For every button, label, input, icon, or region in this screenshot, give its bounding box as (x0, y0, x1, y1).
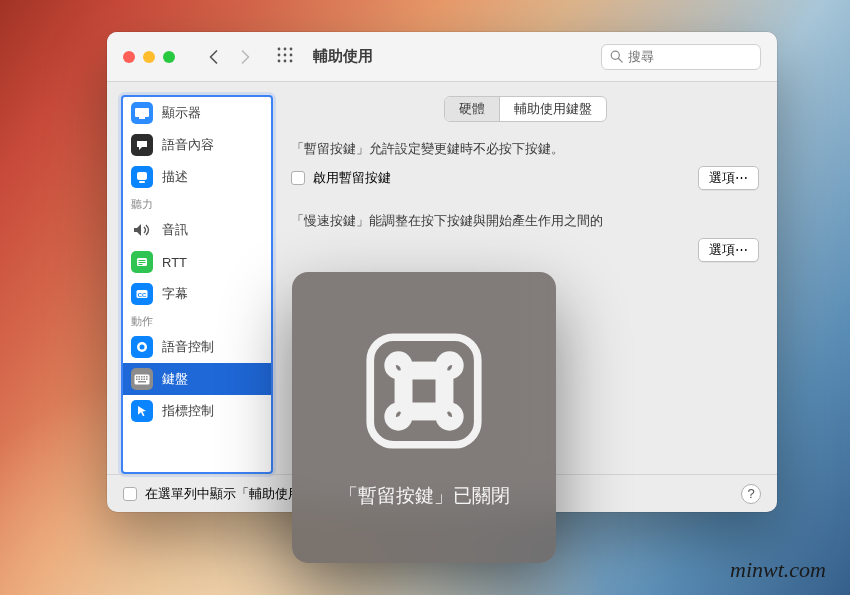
svg-rect-35 (370, 337, 478, 445)
sidebar-label: 語音控制 (162, 338, 214, 356)
svg-rect-31 (141, 378, 143, 380)
svg-point-8 (290, 60, 293, 63)
back-button[interactable] (201, 45, 225, 69)
svg-rect-12 (139, 117, 145, 119)
svg-rect-26 (141, 376, 143, 378)
rtt-icon (131, 251, 153, 273)
svg-point-5 (290, 54, 293, 57)
svg-point-4 (284, 54, 287, 57)
svg-text:CC: CC (138, 292, 147, 298)
svg-rect-18 (139, 264, 143, 265)
search-icon (610, 50, 623, 63)
sidebar-item-pointer[interactable]: 指標控制 (123, 395, 271, 427)
svg-line-10 (619, 59, 623, 63)
sidebar-label: 指標控制 (162, 402, 214, 420)
show-in-menubar-checkbox[interactable] (123, 487, 137, 501)
pointer-icon (131, 400, 153, 422)
sticky-keys-options-button[interactable]: 選項⋯ (698, 166, 759, 190)
sidebar-label: 描述 (162, 168, 188, 186)
tab-segment: 硬體 輔助使用鍵盤 (291, 96, 759, 122)
svg-point-22 (140, 345, 145, 350)
grid-icon (277, 47, 293, 63)
sticky-keys-section: 「暫留按鍵」允許設定變更鍵時不必按下按鍵。 啟用暫留按鍵 選項⋯ (291, 140, 759, 190)
svg-rect-32 (144, 378, 146, 380)
svg-rect-17 (139, 262, 146, 263)
slow-keys-description: 「慢速按鍵」能調整在按下按鍵與開始產生作用之間的 (291, 212, 759, 230)
show-in-menubar-label: 在選單列中顯示「輔助使用 (145, 485, 301, 503)
chevron-right-icon (240, 49, 251, 65)
svg-point-6 (278, 60, 281, 63)
slow-keys-section: 「慢速按鍵」能調整在按下按鍵與開始產生作用之間的 選項⋯ (291, 212, 759, 262)
forward-button[interactable] (233, 45, 257, 69)
sidebar-item-descriptions[interactable]: 描述 (123, 161, 271, 193)
svg-rect-16 (139, 260, 146, 261)
svg-point-0 (278, 48, 281, 51)
sidebar-label: 音訊 (162, 221, 188, 239)
sidebar-item-captions[interactable]: CC 字幕 (123, 278, 271, 310)
sidebar-label: RTT (162, 255, 187, 270)
sidebar-label: 鍵盤 (162, 370, 188, 388)
sidebar-category-motor: 動作 (123, 310, 271, 331)
svg-rect-29 (136, 378, 138, 380)
svg-rect-34 (138, 381, 146, 383)
svg-point-2 (290, 48, 293, 51)
command-key-icon (360, 327, 488, 455)
svg-rect-11 (135, 108, 149, 117)
sidebar-category-hearing: 聽力 (123, 193, 271, 214)
minimize-button[interactable] (143, 51, 155, 63)
sidebar-label: 語音內容 (162, 136, 214, 154)
window-title: 輔助使用 (313, 47, 593, 66)
describe-icon (131, 166, 153, 188)
sidebar-item-speech[interactable]: 語音內容 (123, 129, 271, 161)
sidebar-item-voice-control[interactable]: 語音控制 (123, 331, 271, 363)
svg-rect-27 (144, 376, 146, 378)
sidebar-item-display[interactable]: 顯示器 (123, 97, 271, 129)
search-input[interactable] (628, 49, 752, 64)
watermark: minwt.com (730, 557, 826, 583)
speech-icon (131, 134, 153, 156)
svg-point-1 (284, 48, 287, 51)
sidebar-item-audio[interactable]: 音訊 (123, 214, 271, 246)
svg-point-7 (284, 60, 287, 63)
svg-rect-28 (146, 376, 148, 378)
svg-rect-30 (139, 378, 141, 380)
sticky-keys-hud-text: 「暫留按鍵」已關閉 (339, 483, 510, 509)
tab-accessibility-keyboard[interactable]: 輔助使用鍵盤 (500, 97, 606, 121)
svg-rect-25 (139, 376, 141, 378)
sidebar-item-rtt[interactable]: RTT (123, 246, 271, 278)
sticky-keys-description: 「暫留按鍵」允許設定變更鍵時不必按下按鍵。 (291, 140, 759, 158)
keyboard-icon (131, 368, 153, 390)
help-button[interactable]: ? (741, 484, 761, 504)
slow-keys-options-button[interactable]: 選項⋯ (698, 238, 759, 262)
sidebar-label: 字幕 (162, 285, 188, 303)
svg-rect-33 (146, 378, 148, 380)
sidebar-label: 顯示器 (162, 104, 201, 122)
caption-icon: CC (131, 283, 153, 305)
sidebar[interactable]: 顯示器 語音內容 描述 聽力 音訊 RTT CC 字幕 (121, 95, 273, 474)
svg-rect-13 (137, 172, 147, 180)
sticky-keys-hud: 「暫留按鍵」已關閉 (292, 272, 556, 563)
tab-hardware[interactable]: 硬體 (445, 97, 500, 121)
search-field[interactable] (601, 44, 761, 70)
close-button[interactable] (123, 51, 135, 63)
chevron-left-icon (208, 49, 219, 65)
zoom-button[interactable] (163, 51, 175, 63)
voice-control-icon (131, 336, 153, 358)
audio-icon (131, 219, 153, 241)
titlebar: 輔助使用 (107, 32, 777, 82)
enable-sticky-keys-label: 啟用暫留按鍵 (313, 169, 391, 187)
svg-point-3 (278, 54, 281, 57)
svg-rect-14 (139, 181, 145, 183)
show-all-button[interactable] (277, 47, 293, 66)
traffic-lights (123, 51, 175, 63)
svg-rect-24 (136, 376, 138, 378)
sidebar-item-keyboard[interactable]: 鍵盤 (123, 363, 271, 395)
enable-sticky-keys-checkbox[interactable] (291, 171, 305, 185)
display-icon (131, 102, 153, 124)
